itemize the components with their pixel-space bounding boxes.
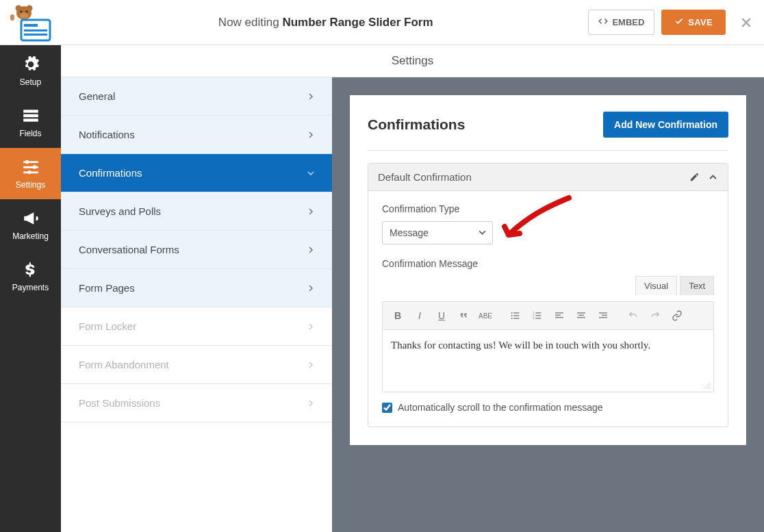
svg-rect-24 — [513, 315, 519, 316]
align-center-icon[interactable] — [572, 306, 591, 325]
autoscroll-row[interactable]: Automatically scroll to the confirmation… — [382, 402, 714, 413]
sidebar-item-notifications[interactable]: Notifications — [61, 116, 332, 154]
left-nav: Setup Fields Settings Marketing Payments — [0, 45, 61, 532]
confirmation-header[interactable]: Default Confirmation — [368, 164, 728, 191]
nav-label: Marketing — [12, 231, 49, 241]
svg-point-3 — [20, 12, 28, 18]
confirmations-panel: Confirmations Add New Confirmation Defau… — [350, 95, 746, 445]
list-ul-icon[interactable] — [506, 306, 525, 325]
chevron-right-icon — [307, 244, 314, 255]
svg-rect-10 — [24, 34, 47, 36]
sidebar-item-surveys[interactable]: Surveys and Polls — [61, 192, 332, 231]
align-right-icon[interactable] — [594, 306, 613, 325]
quote-icon[interactable] — [454, 306, 473, 325]
save-button[interactable]: SAVE — [661, 10, 726, 35]
svg-rect-30 — [535, 315, 541, 316]
dollar-icon — [22, 261, 40, 279]
confirmation-type-select[interactable]: Message — [382, 221, 493, 244]
svg-rect-31 — [535, 318, 541, 318]
confirmation-block: Default Confirmation Confirmation Type M… — [368, 163, 728, 427]
list-ol-icon[interactable]: 123 — [528, 306, 547, 325]
embed-button[interactable]: EMBED — [588, 10, 654, 35]
chevron-right-icon — [307, 205, 314, 217]
sidebar-item-confirmations[interactable]: Confirmations — [61, 154, 332, 192]
editor-tab-visual[interactable]: Visual — [635, 276, 677, 295]
app-logo — [7, 3, 55, 42]
title-prefix: Now editing — [218, 16, 279, 29]
panel-header: Confirmations Add New Confirmation — [368, 112, 728, 138]
list-icon — [22, 107, 40, 125]
italic-icon[interactable]: I — [410, 306, 429, 325]
bullhorn-icon — [22, 210, 40, 227]
close-button[interactable] — [739, 16, 753, 29]
svg-rect-40 — [599, 317, 607, 318]
svg-point-18 — [32, 165, 36, 168]
svg-rect-12 — [23, 114, 38, 116]
page-title: Now editing Number Range Slider Form — [63, 16, 588, 29]
chevron-right-icon — [307, 90, 314, 102]
svg-rect-23 — [513, 312, 519, 313]
sidebar-item-label: Form Abandonment — [79, 359, 169, 370]
sidebar-item-label: General — [79, 90, 115, 102]
svg-rect-36 — [578, 315, 584, 316]
sidebar-item-general[interactable]: General — [61, 77, 332, 116]
settings-header: Settings — [61, 45, 764, 77]
sliders-icon — [22, 158, 40, 176]
annotation-arrow-icon — [500, 192, 576, 247]
sidebar-item-label: Form Locker — [79, 320, 136, 332]
sidebar-item-label: Post Submissions — [79, 397, 160, 409]
autoscroll-label: Automatically scroll to the confirmation… — [398, 402, 603, 413]
svg-rect-37 — [577, 317, 585, 318]
svg-point-22 — [511, 318, 513, 319]
settings-column: Settings General Notifications Confirmat… — [61, 45, 764, 532]
svg-point-20 — [511, 312, 513, 314]
strikethrough-icon[interactable]: ABE — [476, 306, 495, 325]
sidebar-item-label: Conversational Forms — [79, 244, 179, 255]
embed-label: EMBED — [612, 17, 644, 27]
nav-item-marketing[interactable]: Marketing — [0, 199, 61, 251]
confirmation-message-section: Confirmation Message Visual Text B I — [382, 258, 714, 413]
chevron-right-icon — [307, 129, 314, 140]
align-left-icon[interactable] — [550, 306, 569, 325]
svg-rect-32 — [555, 312, 563, 313]
divider — [368, 150, 728, 151]
redo-icon[interactable] — [646, 306, 665, 325]
resize-handle-icon[interactable] — [702, 381, 712, 390]
svg-rect-29 — [535, 312, 541, 313]
sidebar-item-label: Form Pages — [79, 282, 135, 294]
sidebar-item-formabandon: Form Abandonment — [61, 346, 332, 384]
editor-tab-text[interactable]: Text — [680, 276, 714, 295]
chevron-up-icon[interactable] — [708, 172, 718, 182]
underline-icon[interactable]: U — [432, 306, 451, 325]
nav-item-settings[interactable]: Settings — [0, 148, 61, 199]
chevron-right-icon — [307, 320, 314, 332]
link-icon[interactable] — [667, 306, 687, 325]
gear-icon — [22, 55, 40, 73]
editor-toolbar: B I U ABE 123 — [383, 302, 713, 330]
nav-item-setup[interactable]: Setup — [0, 45, 61, 97]
undo-icon[interactable] — [624, 306, 643, 325]
editor: B I U ABE 123 — [382, 301, 714, 392]
check-icon — [674, 16, 684, 28]
sidebar-item-formpages[interactable]: Form Pages — [61, 269, 332, 307]
autoscroll-checkbox[interactable] — [382, 403, 392, 413]
sidebar-item-conversational[interactable]: Conversational Forms — [61, 231, 332, 269]
svg-rect-9 — [24, 29, 47, 31]
editor-tabs: Visual Text — [382, 276, 714, 295]
chevron-right-icon — [307, 359, 314, 370]
message-text: Thanks for contacting us! We will be in … — [391, 340, 650, 351]
nav-label: Settings — [16, 180, 45, 190]
add-confirmation-button[interactable]: Add New Confirmation — [603, 112, 728, 138]
editor-content[interactable]: Thanks for contacting us! We will be in … — [383, 330, 713, 392]
bold-icon[interactable]: B — [388, 306, 407, 325]
svg-point-4 — [20, 10, 22, 12]
sidebar-item-label: Surveys and Polls — [79, 205, 161, 217]
form-title: Number Range Slider Form — [282, 16, 433, 29]
nav-label: Payments — [12, 283, 49, 292]
nav-item-payments[interactable]: Payments — [0, 251, 61, 302]
panel-title: Confirmations — [368, 116, 465, 133]
nav-item-fields[interactable]: Fields — [0, 97, 61, 148]
main-row: Setup Fields Settings Marketing Payments… — [0, 45, 764, 532]
edit-icon[interactable] — [689, 172, 700, 182]
svg-rect-11 — [23, 110, 38, 112]
